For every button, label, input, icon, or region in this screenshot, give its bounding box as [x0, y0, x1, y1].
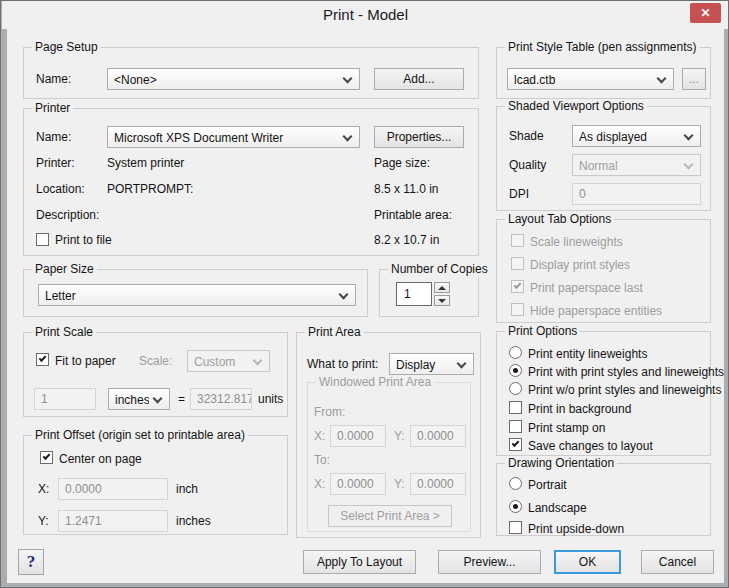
- print-in-background-checkbox[interactable]: [509, 401, 522, 414]
- from-label: From:: [314, 405, 345, 419]
- printer-location-label: Location:: [36, 182, 85, 196]
- drawing-orientation-group: Drawing Orientation Portrait Landscape P…: [496, 463, 711, 536]
- offset-y-unit-label: inches: [176, 514, 211, 528]
- chevron-down-icon: [339, 290, 349, 300]
- to-y-label: Y:: [394, 477, 405, 491]
- print-paperspace-last-label: Print paperspace last: [530, 281, 643, 295]
- copies-decrement-button[interactable]: [434, 295, 450, 306]
- offset-y-field: 1.2471: [58, 510, 168, 532]
- chevron-down-icon: [684, 131, 694, 141]
- shade-select[interactable]: As displayed: [572, 125, 701, 147]
- portrait-radio[interactable]: [509, 477, 522, 490]
- chevron-down-icon: [457, 359, 467, 369]
- landscape-label: Landscape: [528, 501, 587, 515]
- quality-label: Quality: [509, 158, 546, 172]
- checkmark-icon: [514, 281, 522, 289]
- to-x-field: 0.0000: [330, 473, 386, 495]
- paper-size-select[interactable]: Letter: [38, 284, 356, 306]
- print-style-select[interactable]: lcad.ctb: [507, 68, 674, 90]
- print-without-styles-label: Print w/o print styles and lineweights: [528, 383, 721, 397]
- chevron-down-icon: [343, 74, 353, 84]
- layout-tab-options-title: Layout Tab Options: [505, 212, 614, 227]
- copies-increment-button[interactable]: [434, 282, 450, 293]
- shaded-viewport-title: Shaded Viewport Options: [505, 99, 647, 114]
- printer-name-value: Microsoft XPS Document Writer: [114, 131, 339, 145]
- close-button[interactable]: ✕: [690, 3, 721, 23]
- display-print-styles-label: Display print styles: [530, 258, 630, 272]
- print-stamp-on-checkbox[interactable]: [509, 420, 522, 433]
- print-upside-down-checkbox[interactable]: [509, 521, 522, 534]
- print-entity-lineweights-radio[interactable]: [509, 346, 522, 359]
- print-with-styles-label: Print with print styles and lineweights: [528, 365, 724, 379]
- print-dialog-window: Print - Model ✕ Page Setup Name: <None> …: [0, 0, 729, 588]
- equals-label: =: [178, 392, 185, 406]
- from-x-label: X:: [314, 429, 325, 443]
- print-to-file-label: Print to file: [55, 233, 112, 247]
- print-to-file-checkbox[interactable]: [36, 233, 49, 246]
- scale-label: Scale:: [139, 354, 172, 368]
- offset-x-label: X:: [38, 482, 49, 496]
- from-x-field: 0.0000: [330, 425, 386, 447]
- print-offset-group: Print Offset (origin set to printable ar…: [23, 435, 288, 535]
- print-with-styles-radio[interactable]: [509, 364, 522, 377]
- cancel-button[interactable]: Cancel: [641, 550, 714, 574]
- window-title: Print - Model: [2, 1, 729, 29]
- printer-name-label: Name:: [36, 130, 71, 144]
- checkmark-icon: [43, 452, 51, 460]
- windowed-print-area-group: Windowed Print Area From: X: 0.0000 Y: 0…: [307, 382, 471, 532]
- landscape-radio[interactable]: [509, 500, 522, 513]
- to-x-label: X:: [314, 477, 325, 491]
- radio-dot-icon: [513, 368, 518, 373]
- print-without-styles-radio[interactable]: [509, 382, 522, 395]
- titlebar[interactable]: Print - Model ✕: [2, 1, 729, 29]
- quality-value: Normal: [579, 159, 680, 173]
- page-setup-name-label: Name:: [36, 72, 71, 86]
- page-setup-name-select[interactable]: <None>: [107, 68, 360, 90]
- save-changes-to-layout-checkbox[interactable]: [509, 438, 522, 451]
- spinner-down-icon: [438, 299, 446, 303]
- page-size-label: Page size:: [374, 156, 430, 170]
- scale-factor-field: 1: [34, 388, 96, 410]
- fit-to-paper-checkbox[interactable]: [36, 353, 49, 366]
- windowed-print-area-title: Windowed Print Area: [316, 375, 434, 390]
- printer-type-label: Printer:: [36, 156, 75, 170]
- offset-x-unit-label: inch: [176, 482, 198, 496]
- help-button[interactable]: ?: [18, 549, 44, 575]
- from-y-field: 0.0000: [410, 425, 466, 447]
- apply-to-layout-button[interactable]: Apply To Layout: [303, 550, 416, 574]
- offset-y-label: Y:: [38, 514, 49, 528]
- to-label: To:: [314, 453, 330, 467]
- page-setup-name-value: <None>: [114, 73, 339, 87]
- center-on-page-checkbox[interactable]: [40, 451, 53, 464]
- print-stamp-on-label: Print stamp on: [528, 421, 605, 435]
- shade-value: As displayed: [579, 130, 680, 144]
- chevron-down-icon: [684, 160, 694, 170]
- quality-select: Normal: [572, 154, 701, 176]
- chevron-down-icon: [153, 394, 163, 404]
- print-style-browse-button[interactable]: ...: [682, 68, 706, 90]
- ok-button[interactable]: OK: [554, 550, 621, 574]
- center-on-page-label: Center on page: [59, 452, 142, 466]
- printer-group: Printer Name: Microsoft XPS Document Wri…: [23, 108, 479, 256]
- help-icon: ?: [27, 552, 36, 571]
- copies-group: Number of Copies 1: [379, 269, 479, 317]
- print-style-table-group: Print Style Table (pen assignments) lcad…: [496, 47, 711, 99]
- scale-unit-select[interactable]: inches: [108, 388, 170, 410]
- radio-dot-icon: [513, 504, 518, 509]
- properties-button[interactable]: Properties...: [374, 126, 464, 148]
- add-button[interactable]: Add...: [374, 68, 464, 90]
- print-upside-down-label: Print upside-down: [528, 522, 624, 536]
- chevron-down-icon: [343, 132, 353, 142]
- printer-location-value: PORTPROMPT:: [107, 182, 193, 196]
- what-to-print-value: Display: [396, 358, 453, 372]
- display-print-styles-checkbox: [511, 257, 524, 270]
- hide-paperspace-entities-checkbox: [511, 303, 524, 316]
- what-to-print-select[interactable]: Display: [389, 353, 474, 375]
- page-setup-title: Page Setup: [32, 40, 101, 55]
- print-area-group: Print Area What to print: Display Window…: [296, 332, 481, 538]
- units-label: units: [258, 392, 283, 406]
- preview-button[interactable]: Preview...: [438, 550, 541, 574]
- copies-input[interactable]: 1: [396, 282, 432, 306]
- scale-unit-value: inches: [115, 393, 149, 407]
- printer-name-select[interactable]: Microsoft XPS Document Writer: [107, 126, 360, 148]
